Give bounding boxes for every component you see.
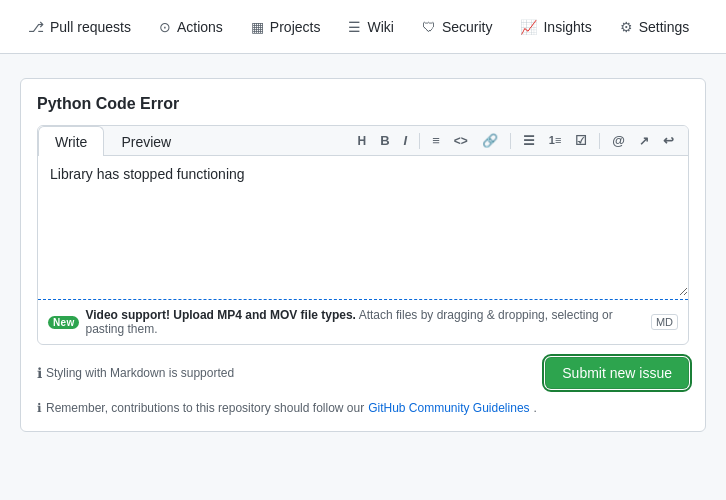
toolbar-divider-2 <box>510 133 511 149</box>
actions-icon: ⊙ <box>159 19 171 35</box>
form-footer: ℹ Styling with Markdown is supported Sub… <box>37 357 689 389</box>
toolbar-link-btn[interactable]: 🔗 <box>476 130 504 151</box>
projects-icon: ▦ <box>251 19 264 35</box>
info-text: Remember, contributions to this reposito… <box>46 401 364 415</box>
info-bar: ℹ Remember, contributions to this reposi… <box>37 401 689 415</box>
nav-label-projects: Projects <box>270 19 321 35</box>
attach-file-bar: New Video support! Upload MP4 and MOV fi… <box>38 299 688 344</box>
security-icon: 🛡 <box>422 19 436 35</box>
toolbar-divider-1 <box>419 133 420 149</box>
settings-icon: ⚙ <box>620 19 633 35</box>
toolbar-reference-btn[interactable]: ↗ <box>633 131 655 151</box>
toolbar-heading-btn[interactable]: H <box>351 131 372 151</box>
nav-item-pull-requests[interactable]: ⎇ Pull requests <box>16 11 143 43</box>
toolbar-code-btn[interactable]: <> <box>448 131 474 151</box>
toolbar-quote-btn[interactable]: ≡ <box>426 130 446 151</box>
info-icon: ℹ <box>37 365 42 381</box>
nav-label-insights: Insights <box>543 19 591 35</box>
community-guidelines-link[interactable]: GitHub Community Guidelines <box>368 401 529 415</box>
insights-icon: 📈 <box>520 19 537 35</box>
toolbar-italic-btn[interactable]: I <box>398 130 414 151</box>
toolbar-divider-3 <box>599 133 600 149</box>
toolbar-ordered-list-btn[interactable]: 1≡ <box>543 131 568 150</box>
submit-new-issue-button[interactable]: Submit new issue <box>545 357 689 389</box>
info-icon-small: ℹ <box>37 401 42 415</box>
attach-bar-left: New Video support! Upload MP4 and MOV fi… <box>48 308 651 336</box>
editor-tabs: Write Preview <box>38 126 188 155</box>
tab-preview[interactable]: Preview <box>104 126 188 156</box>
wiki-icon: ☰ <box>348 19 361 35</box>
nav-item-projects[interactable]: ▦ Projects <box>239 11 333 43</box>
nav-item-settings[interactable]: ⚙ Settings <box>608 11 702 43</box>
nav-item-security[interactable]: 🛡 Security <box>410 11 505 43</box>
toolbar-bold-btn[interactable]: B <box>374 130 395 151</box>
issue-form-title: Python Code Error <box>37 95 689 113</box>
top-navigation: ⎇ Pull requests ⊙ Actions ▦ Projects ☰ W… <box>0 0 726 54</box>
toolbar-unordered-list-btn[interactable]: ☰ <box>517 130 541 151</box>
pull-request-icon: ⎇ <box>28 19 44 35</box>
tab-write[interactable]: Write <box>38 126 104 156</box>
markdown-note: ℹ Styling with Markdown is supported <box>37 365 234 381</box>
nav-item-insights[interactable]: 📈 Insights <box>508 11 603 43</box>
nav-label-settings: Settings <box>639 19 690 35</box>
nav-item-actions[interactable]: ⊙ Actions <box>147 11 235 43</box>
markdown-icon: MD <box>651 314 678 330</box>
nav-label-wiki: Wiki <box>367 19 393 35</box>
editor-toolbar: H B I ≡ <> 🔗 ☰ 1≡ ☑ @ ↗ ↩ <box>343 126 688 155</box>
attach-text-bold: Video support! Upload MP4 and MOV file t… <box>85 308 355 322</box>
nav-label-security: Security <box>442 19 493 35</box>
toolbar-mention-btn[interactable]: @ <box>606 130 631 151</box>
nav-item-wiki[interactable]: ☰ Wiki <box>336 11 405 43</box>
toolbar-task-list-btn[interactable]: ☑ <box>569 130 593 151</box>
issue-form-card: Python Code Error Write Preview H B I ≡ … <box>20 78 706 432</box>
issue-body-textarea[interactable] <box>38 156 688 296</box>
markdown-note-text: Styling with Markdown is supported <box>46 366 234 380</box>
editor-container: Write Preview H B I ≡ <> 🔗 ☰ 1≡ ☑ @ <box>37 125 689 345</box>
nav-label-actions: Actions <box>177 19 223 35</box>
nav-label-pull-requests: Pull requests <box>50 19 131 35</box>
new-badge: New <box>48 316 79 329</box>
main-content: Python Code Error Write Preview H B I ≡ … <box>0 54 726 456</box>
toolbar-reply-btn[interactable]: ↩ <box>657 130 680 151</box>
editor-header: Write Preview H B I ≡ <> 🔗 ☰ 1≡ ☑ @ <box>38 126 688 156</box>
attach-text: Video support! Upload MP4 and MOV file t… <box>85 308 650 336</box>
